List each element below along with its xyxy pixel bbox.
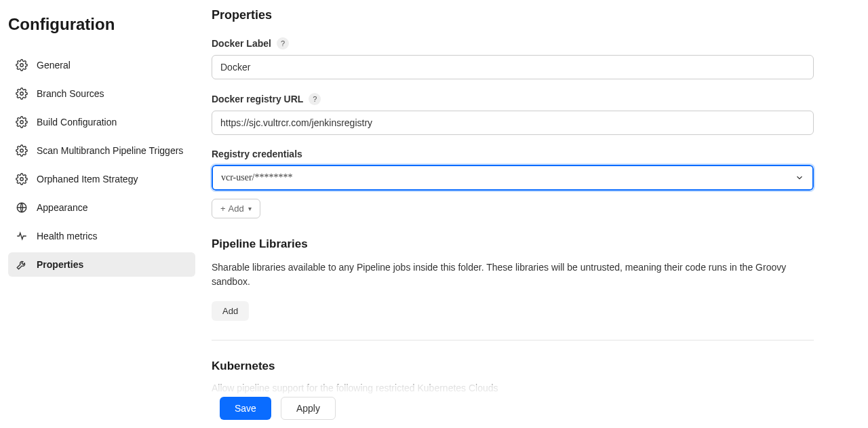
- svg-point-0: [20, 64, 24, 67]
- field-docker-label: Docker Label ?: [212, 37, 814, 79]
- add-credentials-button[interactable]: + Add ▾: [212, 199, 260, 218]
- sidebar-item-orphaned-strategy[interactable]: Orphaned Item Strategy: [8, 167, 195, 191]
- docker-registry-url-input[interactable]: [212, 111, 814, 135]
- registry-credentials-selected: vcr-user/********: [221, 172, 292, 182]
- svg-point-3: [20, 149, 24, 153]
- registry-credentials-select[interactable]: vcr-user/********: [212, 165, 814, 191]
- field-docker-registry-url: Docker registry URL ?: [212, 93, 814, 135]
- gear-icon: [15, 87, 28, 100]
- sidebar-item-health-metrics[interactable]: Health metrics: [8, 224, 195, 248]
- docker-label-label: Docker Label: [212, 38, 271, 49]
- pulse-icon: [15, 229, 28, 243]
- sidebar-title: Configuration: [8, 8, 195, 53]
- sidebar-item-general[interactable]: General: [8, 53, 195, 77]
- sidebar-item-label: Health metrics: [37, 231, 97, 241]
- sidebar-item-label: Appearance: [37, 202, 88, 213]
- globe-icon: [15, 201, 28, 214]
- sidebar-item-properties[interactable]: Properties: [8, 252, 195, 277]
- sidebar-item-label: General: [37, 60, 71, 71]
- add-library-button[interactable]: Add: [212, 301, 249, 321]
- sidebar-item-appearance[interactable]: Appearance: [8, 195, 195, 220]
- pipeline-libraries-description: Sharable libraries available to any Pipe…: [212, 260, 814, 289]
- help-icon[interactable]: ?: [277, 37, 289, 50]
- docker-label-input[interactable]: [212, 55, 814, 79]
- gear-icon: [15, 115, 28, 129]
- pipeline-libraries-heading: Pipeline Libraries: [212, 237, 814, 251]
- sidebar-item-label: Branch Sources: [37, 88, 104, 99]
- caret-down-icon: ▾: [248, 205, 252, 212]
- kubernetes-heading: Kubernetes: [212, 359, 814, 373]
- save-button[interactable]: Save: [220, 397, 271, 420]
- docker-registry-url-label: Docker registry URL: [212, 94, 303, 104]
- sidebar-item-label: Build Configuration: [37, 117, 117, 128]
- sidebar-item-label: Orphaned Item Strategy: [37, 174, 138, 184]
- registry-credentials-label: Registry credentials: [212, 149, 302, 159]
- gear-icon: [15, 144, 28, 157]
- sidebar-item-label: Scan Multibranch Pipeline Triggers: [37, 145, 183, 156]
- gear-icon: [15, 172, 28, 186]
- gear-icon: [15, 58, 28, 72]
- add-button-label: Add: [229, 203, 244, 214]
- svg-point-4: [20, 178, 24, 181]
- help-icon[interactable]: ?: [309, 93, 321, 105]
- apply-button[interactable]: Apply: [281, 397, 336, 420]
- svg-point-1: [20, 92, 24, 96]
- sidebar: Configuration General Branch Sources Bui…: [0, 0, 203, 428]
- sidebar-item-branch-sources[interactable]: Branch Sources: [8, 81, 195, 106]
- sidebar-item-scan-triggers[interactable]: Scan Multibranch Pipeline Triggers: [8, 138, 195, 163]
- field-registry-credentials: Registry credentials vcr-user/******** +…: [212, 149, 814, 218]
- main-content: Properties Docker Label ? Docker registr…: [203, 0, 868, 428]
- sidebar-item-label: Properties: [37, 259, 83, 270]
- divider: [212, 340, 814, 341]
- wrench-icon: [15, 258, 28, 271]
- footer-bar: Save Apply: [212, 385, 868, 428]
- sidebar-item-build-configuration[interactable]: Build Configuration: [8, 110, 195, 134]
- section-heading-properties: Properties: [212, 8, 814, 22]
- svg-point-2: [20, 121, 24, 124]
- plus-icon: +: [220, 203, 226, 214]
